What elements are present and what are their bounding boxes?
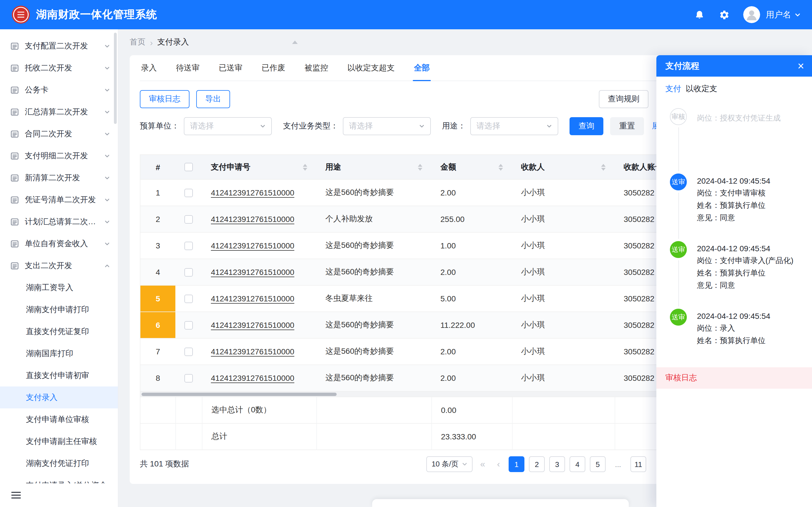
tab[interactable]: 已作废	[260, 55, 287, 80]
user-menu-chevron-icon[interactable]	[795, 11, 801, 18]
payment-apply-no-link[interactable]: 4124123912761510000	[211, 268, 294, 277]
cell-apply-no: 4124123912761510000	[202, 339, 316, 365]
flow-step: 送审2024-04-12 09:45:54岗位：支付申请审核姓名：预算执行单位意…	[670, 173, 803, 241]
sidebar-subitem[interactable]: 直接支付凭证复印	[0, 321, 118, 342]
query-rules-button[interactable]: 查询规则	[599, 90, 649, 108]
row-checkbox[interactable]	[185, 347, 193, 356]
notification-bell-icon[interactable]	[694, 9, 705, 20]
cell-purpose: 这是560的奇妙摘要	[316, 233, 432, 259]
sort-icons[interactable]	[303, 164, 307, 170]
sidebar-subitem[interactable]: 支付申请单位审核	[0, 408, 118, 431]
sidebar-item[interactable]: 单位自有资金收入	[0, 233, 118, 255]
audit-log-button[interactable]: 审核日志	[140, 90, 190, 108]
select-all-checkbox[interactable]	[185, 163, 193, 171]
payment-apply-no-link[interactable]: 4124123912761510000	[211, 374, 294, 383]
sidebar-subitem[interactable]: 支付录入	[0, 386, 118, 408]
payment-apply-no-link[interactable]: 4124123912761510000	[211, 241, 294, 250]
pagination-page[interactable]: 3	[549, 456, 565, 472]
pagination-page[interactable]: 11	[630, 456, 646, 472]
drawer-header: 支付流程 ×	[656, 55, 812, 76]
row-checkbox[interactable]	[185, 294, 193, 303]
cell-amount: 11.222.00	[432, 312, 512, 339]
pagination-page[interactable]: ...	[610, 456, 626, 472]
tab[interactable]: 待送审	[175, 55, 201, 80]
user-name[interactable]: 用户名	[766, 9, 791, 20]
filter-group: 用途：请选择	[442, 117, 558, 135]
sidebar-subitem[interactable]: 直接支付申请初审	[0, 364, 118, 386]
payment-apply-no-link[interactable]: 4124123912761510000	[211, 188, 294, 197]
sidebar-item[interactable]: 支出二次开发	[0, 255, 118, 277]
collapse-menu-icon[interactable]	[11, 492, 21, 499]
reset-button[interactable]: 重置	[610, 117, 644, 135]
row-checkbox[interactable]	[185, 241, 193, 250]
sidebar-item[interactable]: 合同二次开发	[0, 123, 118, 145]
payment-apply-no-link[interactable]: 4124123912761510000	[211, 294, 294, 303]
payment-apply-no-link[interactable]: 4124123912761510000	[211, 321, 294, 330]
sidebar-subitem[interactable]: 湖南支付申请打印	[0, 298, 118, 321]
row-checkbox[interactable]	[185, 188, 193, 197]
sidebar-item[interactable]: 凭证号清单二次开发	[0, 189, 118, 211]
payment-apply-no-link[interactable]: 4124123912761510000	[211, 347, 294, 356]
sidebar-item[interactable]: 支付明细二次开发	[0, 145, 118, 167]
pay-link[interactable]: 支付	[665, 84, 681, 94]
pagination-page[interactable]: 2	[529, 456, 545, 472]
sidebar-subitem[interactable]: 支付申请录入/单位资金	[0, 474, 118, 483]
step-badge: 送审	[670, 173, 687, 190]
page-size-select[interactable]: 10 条/页	[426, 456, 472, 472]
horizontal-scrollbar[interactable]	[140, 392, 668, 397]
sidebar-subitem[interactable]: 湖南国库打印	[0, 342, 118, 364]
close-icon[interactable]: ×	[798, 60, 804, 71]
sidebar-item[interactable]: 汇总清算二次开发	[0, 101, 118, 123]
row-checkbox[interactable]	[185, 374, 193, 382]
step-line: 岗位：支付申请录入(产品化)	[697, 255, 794, 267]
prev-page-icon[interactable]: ‹	[493, 459, 504, 469]
tab[interactable]: 被监控	[303, 55, 329, 80]
sort-icons[interactable]	[601, 164, 606, 170]
sidebar-scrollbar-thumb[interactable]	[114, 33, 117, 124]
menu-item-label: 支出二次开发	[25, 261, 100, 271]
table-row: 24124123912761510000个人补助发放255.00小小琪30502…	[140, 206, 668, 233]
row-checkbox[interactable]	[185, 268, 193, 276]
bottom-sheet	[372, 499, 629, 507]
tab[interactable]: 已送审	[218, 55, 244, 80]
breadcrumb-home[interactable]: 首页	[130, 37, 146, 47]
summary-cell	[316, 397, 432, 424]
tab[interactable]: 录入	[140, 55, 158, 80]
chevron-down-icon	[104, 197, 110, 203]
query-button[interactable]: 查询	[569, 117, 603, 135]
sidebar-item[interactable]: 支付配置二次开发	[0, 35, 118, 57]
first-page-icon[interactable]: «	[477, 459, 488, 469]
pagination-page[interactable]: 5	[590, 456, 606, 472]
sidebar-subitem[interactable]: 支付申请副主任审核	[0, 431, 118, 452]
settings-gear-icon[interactable]	[718, 9, 730, 20]
filter-select[interactable]: 请选择	[343, 117, 431, 135]
audit-log-band[interactable]: 审核日志	[656, 367, 812, 389]
sidebar-item[interactable]: 托收二次开发	[0, 57, 118, 79]
sidebar-item[interactable]: 公务卡	[0, 79, 118, 101]
sidebar-subitem[interactable]: 湖南支付凭证打印	[0, 452, 118, 474]
tab[interactable]: 全部	[413, 55, 431, 80]
tab[interactable]: 以收定支超支	[346, 55, 396, 80]
sidebar-item[interactable]: 计划汇总请算二次开发	[0, 211, 118, 233]
user-avatar[interactable]	[743, 6, 760, 23]
chevron-down-icon	[104, 131, 110, 136]
filter-select[interactable]: 请选择	[184, 117, 272, 135]
pagination-page[interactable]: 1	[509, 456, 524, 472]
row-checkbox[interactable]	[185, 215, 193, 223]
flow-timeline: 审核岗位：授权支付凭证生成送审2024-04-12 09:45:54岗位：支付申…	[656, 108, 812, 364]
horizontal-scrollbar-thumb[interactable]	[142, 393, 337, 396]
sort-icons[interactable]	[418, 164, 422, 170]
panel-collapse-caret-icon[interactable]	[292, 41, 298, 44]
pagination-page[interactable]: 4	[569, 456, 585, 472]
cell-purpose: 这是560的奇妙摘要	[316, 259, 432, 286]
cell-checkbox	[175, 206, 202, 233]
sort-icons[interactable]	[499, 164, 503, 170]
toolbar: 审核日志 导出 查询规则	[140, 90, 669, 108]
sidebar-subitem[interactable]: 湖南工资导入	[0, 277, 118, 298]
sidebar-item[interactable]: 新清算二次开发	[0, 167, 118, 189]
payment-apply-no-link[interactable]: 4124123912761510000	[211, 215, 294, 224]
export-button[interactable]: 导出	[196, 90, 230, 108]
menu-item-label: 新清算二次开发	[25, 173, 100, 183]
row-checkbox[interactable]	[185, 321, 193, 329]
filter-select[interactable]: 请选择	[470, 117, 558, 135]
